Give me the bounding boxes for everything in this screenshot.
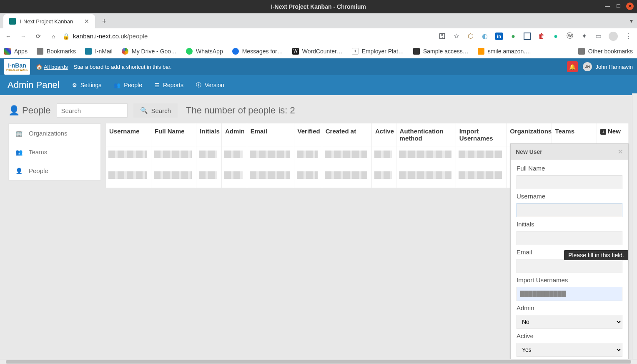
bookmark-item[interactable]: I-nMail [85,48,113,55]
initials-field[interactable] [517,231,622,245]
tab-close-icon[interactable]: ✕ [84,18,89,25]
col-import-usernames[interactable]: Import Usernames [456,123,506,146]
email-field[interactable] [517,259,622,273]
pane-title: New User [516,148,542,155]
admin-select[interactable]: No [517,315,622,329]
sidebar-item-people[interactable]: 👤People [9,161,100,180]
new-tab-button[interactable]: + [98,15,110,27]
sidebar-item-label: People [29,167,48,174]
extension-icon[interactable] [524,33,531,40]
bookmarks-bar: Apps Bookmarks I-nMail My Drive - Goo… W… [0,44,637,58]
other-bookmarks[interactable]: Other bookmarks [578,48,633,55]
extensions-menu-icon[interactable]: ✦ [580,33,588,40]
col-auth-method[interactable]: Authentication method [396,123,456,146]
nav-reports[interactable]: ☰Reports [155,82,183,88]
label-full-name: Full Name [517,165,622,172]
col-email[interactable]: Email [247,123,294,146]
search-input[interactable] [57,103,128,118]
maximize-icon[interactable]: ☐ [615,3,621,9]
col-created-at[interactable]: Created at [322,123,371,146]
col-verified[interactable]: Verified [294,123,322,146]
bookmark-item[interactable]: Messages for… [232,48,283,55]
trash-icon[interactable]: 🗑 [538,33,545,40]
cast-icon[interactable]: ▭ [594,33,602,40]
close-icon[interactable]: ✕ [618,148,623,156]
col-teams[interactable]: Teams [552,123,597,146]
scrollbar-thumb[interactable] [6,360,631,364]
reload-button[interactable]: ⟳ [33,30,44,42]
bookmark-label: WhatsApp [196,48,223,55]
close-window-icon[interactable]: ✕ [626,3,634,10]
user-menu[interactable]: JH John Hannawin [583,62,633,71]
col-admin[interactable]: Admin [222,123,247,146]
bookmark-label: Sample access… [423,48,469,55]
bookmark-item[interactable]: WWordCounter… [292,48,343,55]
group-icon: 👥 [15,149,22,156]
back-button[interactable]: ← [3,30,14,42]
notifications-button[interactable]: 🔔 [567,61,578,72]
nav-version[interactable]: ⓘVersion [196,81,224,89]
extension-dot-icon[interactable]: ● [509,33,517,40]
label-admin: Admin [517,304,622,311]
minimize-icon[interactable]: — [604,3,610,9]
extension-icon[interactable]: ⬡ [467,33,474,40]
label-initials: Initials [517,221,622,228]
sidebar-item-teams[interactable]: 👥Teams [9,143,100,161]
validation-tooltip: Please fill in this field. [564,250,628,260]
os-window-controls: — ☐ ✕ [604,3,634,10]
col-organizations[interactable]: Organizations [507,123,552,146]
import-usernames-field[interactable] [517,287,622,301]
extension-icon[interactable]: ◐ [481,33,489,40]
bookmark-label: Employer Plat… [362,48,404,55]
active-select[interactable]: Yes [517,343,622,357]
col-full-name[interactable]: Full Name [151,123,196,146]
tabs-overflow-icon[interactable]: ▾ [630,18,633,24]
home-button[interactable]: ⌂ [48,30,59,42]
bookmark-item[interactable]: ✦Employer Plat… [352,48,404,55]
label-import-usernames: Import Usernames [517,276,622,284]
linkedin-icon[interactable]: in [495,33,503,40]
profile-avatar-icon[interactable] [609,32,618,41]
wordpress-icon[interactable]: ⓦ [566,33,574,40]
bookmark-label: I-nMail [95,48,113,55]
plus-icon: + [600,129,606,135]
os-titlebar: I-Next Project Kanban - Chromium — ☐ ✕ [0,0,637,13]
info-icon: ⓘ [196,81,201,89]
bookmark-label: Apps [14,48,28,55]
bookmark-label: Messages for… [242,48,283,55]
key-icon[interactable]: ⚿ [439,33,446,40]
bookmark-item[interactable]: smile.amazon.… [478,48,531,55]
bookmark-label: My Drive - Goo… [132,48,177,55]
bookmark-folder[interactable]: Bookmarks [37,48,76,55]
col-initials[interactable]: Initials [196,123,222,146]
browser-tabstrip: I-Next Project Kanban ✕ + ▾ [0,13,637,28]
bookmark-item[interactable]: WhatsApp [186,48,223,55]
bookmark-item[interactable]: My Drive - Goo… [122,48,177,55]
col-new[interactable]: +New [597,123,628,146]
chrome-menu-icon[interactable]: ⋮ [624,33,632,40]
omnibox[interactable]: 🔒 kanban.i-next.co.uk/people [63,30,435,42]
col-username[interactable]: Username [106,123,151,146]
browser-tab[interactable]: I-Next Project Kanban ✕ [3,14,95,28]
full-name-field[interactable] [517,175,622,189]
url-path: /people [127,33,148,40]
sitemap-icon: 🏢 [15,130,22,137]
list-icon: ☰ [155,82,160,88]
sidebar-item-organizations[interactable]: 🏢Organizations [9,124,100,143]
scrollbar-horizontal[interactable] [0,359,637,364]
bookmark-apps[interactable]: Apps [4,48,28,55]
search-button[interactable]: 🔍Search [133,103,178,118]
scrollbar-vertical[interactable] [632,93,637,359]
col-active[interactable]: Active [372,123,396,146]
grammarly-icon[interactable]: ● [552,33,559,40]
nav-label: Version [205,82,224,88]
star-icon[interactable]: ☆ [453,33,460,40]
nav-people[interactable]: 👥People [114,82,142,88]
bookmark-item[interactable]: Sample access… [413,48,469,55]
app-logo[interactable]: i-nBanPROJECTWARE [4,59,30,75]
pane-header: New User ✕ [511,144,628,160]
username-field[interactable] [517,203,622,217]
nav-settings[interactable]: ⚙Settings [72,82,102,88]
all-boards-link[interactable]: 🏠 All boards [36,64,68,70]
new-label: New [608,128,621,135]
